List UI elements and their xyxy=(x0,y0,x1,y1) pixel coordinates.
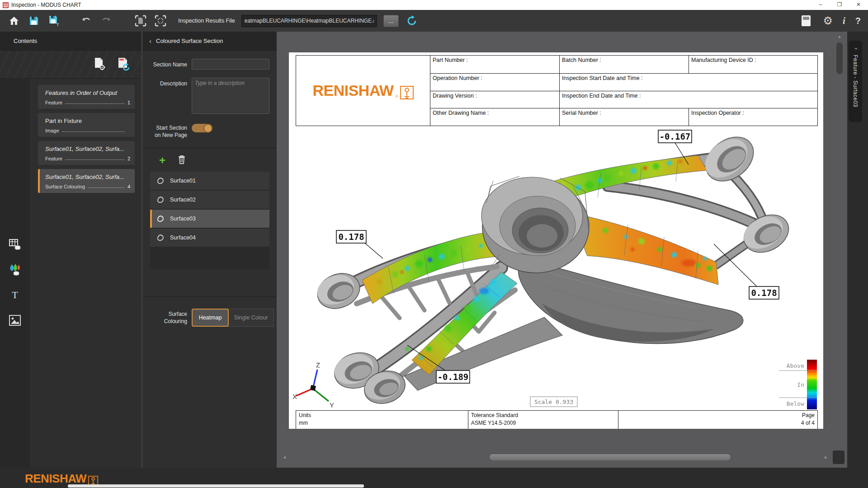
report-view-icon[interactable] xyxy=(799,14,813,28)
scroll-right-icon[interactable]: ► xyxy=(823,453,829,461)
back-chevron-icon[interactable]: ‹ xyxy=(149,37,151,45)
coloured-surface-section-panel: ‹ Coloured Surface Section Section Name … xyxy=(143,32,277,468)
annotation-callout[interactable]: 0.178 xyxy=(714,244,779,299)
delete-surface-icon[interactable] xyxy=(177,155,186,166)
scale-badge: Scale 0.933 xyxy=(530,397,577,407)
feature-table-icon[interactable] xyxy=(0,232,30,257)
legend-in-label: In xyxy=(797,381,804,388)
contents-rail: T xyxy=(0,79,30,468)
help-icon[interactable]: ? xyxy=(855,16,861,26)
feature-surface-tab[interactable]: ‹ Feature - Surface03 xyxy=(849,41,862,122)
results-file-input[interactable] xyxy=(241,15,377,27)
scroll-up-icon[interactable]: ▲ xyxy=(835,34,844,41)
contents-item-part-in-fixture[interactable]: Part in Fixture Image xyxy=(38,113,135,137)
field-drawing-version: Drawing Version : xyxy=(430,91,559,108)
selection-area-icon[interactable] xyxy=(154,14,167,28)
dotted-leader xyxy=(65,103,124,104)
info-icon[interactable]: i xyxy=(843,15,845,27)
annotation-value: 0.178 xyxy=(751,288,777,298)
start-section-label: Start Section on New Page xyxy=(150,122,192,139)
horizontal-scroll-thumb[interactable] xyxy=(489,454,731,461)
contents-item-surfaces-feature[interactable]: Surface01, Surface02, Surfa... Feature 2 xyxy=(38,141,135,165)
contents-item-features-in-order[interactable]: Features in Order of Output Feature 1 xyxy=(38,85,135,109)
surface-list-item[interactable]: Surface04 xyxy=(150,229,269,247)
heatmap-legend: Above In Below xyxy=(779,360,817,409)
redo-icon[interactable] xyxy=(99,14,113,28)
tolerance-value: ASME Y14.5-2009 xyxy=(471,419,615,427)
scroll-left-icon[interactable]: ◄ xyxy=(281,453,288,461)
close-button[interactable]: ✕ xyxy=(849,0,868,10)
results-file-label: Inspection Results File xyxy=(178,18,235,24)
units-label: Units xyxy=(299,412,465,419)
regenerate-report-icon[interactable] xyxy=(116,57,130,72)
browse-button[interactable]: ... xyxy=(383,15,399,27)
units-value: mm xyxy=(299,419,465,427)
section-name-label: Section Name xyxy=(150,59,192,70)
refresh-icon[interactable] xyxy=(405,14,419,28)
scrollbar-corner xyxy=(833,450,844,464)
contents-title: Contents xyxy=(14,38,37,44)
settings-gear-icon[interactable]: ⚙ xyxy=(823,15,833,26)
horizontal-scrollbar[interactable]: ◄ ► xyxy=(281,453,829,461)
vertical-scroll-thumb[interactable] xyxy=(836,42,843,74)
renishaw-footer-logo: RENISHAW xyxy=(25,472,98,486)
contents-item-surface-colouring[interactable]: Surface01, Surface02, Surfa... Surface C… xyxy=(38,169,135,193)
dotted-leader xyxy=(65,160,124,160)
section-panel-title: Coloured Surface Section xyxy=(156,38,223,44)
description-input[interactable] xyxy=(192,78,269,114)
contents-item-title: Features in Order of Output xyxy=(45,89,130,96)
surface-name: Surface02 xyxy=(170,197,196,203)
report-logo-cell: RENISHAW ® xyxy=(296,56,430,126)
app-icon xyxy=(3,2,9,8)
surface-name: Surface04 xyxy=(170,235,196,241)
surface-name: Surface03 xyxy=(170,216,196,222)
annotation-callout[interactable]: 0.178 xyxy=(336,230,383,258)
main-toolbar: T Inspection Results File ... ⚙ i ? xyxy=(0,10,868,32)
home-icon[interactable] xyxy=(7,14,21,28)
report-page: RENISHAW ® Part Number : Batch Number : … xyxy=(289,52,823,429)
surface-list: Surface01 Surface02 Surface03 Surface04 xyxy=(150,172,269,269)
apply-innovation-mark xyxy=(400,86,414,99)
contents-toolbar xyxy=(0,51,141,79)
minimize-button[interactable]: – xyxy=(811,0,830,10)
undo-icon[interactable] xyxy=(80,14,93,28)
save-as-icon[interactable]: T xyxy=(47,14,61,28)
surface-list-item-selected[interactable]: Surface03 xyxy=(150,210,269,228)
surface-list-item[interactable]: Surface02 xyxy=(150,191,269,209)
contents-item-title: Part in Fixture xyxy=(45,117,130,124)
feature-surface-tab-label: Feature - Surface03 xyxy=(852,55,859,107)
page-settings-icon[interactable] xyxy=(92,57,106,72)
surface-list-item[interactable]: Surface01 xyxy=(150,172,269,190)
tolerance-label: Tolerance Standard xyxy=(471,412,615,419)
surface-patch-icon xyxy=(156,234,165,242)
3d-model-viewport: -0.167 0.178 0.178 -0.189 xyxy=(289,123,823,410)
text-section-icon[interactable]: T xyxy=(0,282,30,308)
surface-colouring-icon[interactable] xyxy=(0,257,30,282)
report-header-table: RENISHAW ® Part Number : Batch Number : … xyxy=(296,55,818,126)
annotation-value: 0.178 xyxy=(338,232,364,242)
window-title: Inspection - MODUS CHART xyxy=(11,2,81,8)
svg-text:T: T xyxy=(57,23,59,27)
heatmap-button[interactable]: Heatmap xyxy=(192,309,229,327)
registered-mark: ® xyxy=(396,94,398,99)
page-label: Page xyxy=(621,412,815,419)
surface-name: Surface01 xyxy=(170,178,196,184)
field-part-number: Part Number : xyxy=(430,56,559,73)
single-colour-button[interactable]: Single Colour xyxy=(228,309,274,327)
legend-below-label: Below xyxy=(787,400,804,407)
field-manufacturing-device: Manufacturing Device ID : xyxy=(689,56,817,73)
axis-triad: X Z Y xyxy=(292,361,334,409)
annotation-value: -0.189 xyxy=(438,372,469,382)
add-surface-button[interactable]: + xyxy=(159,155,165,166)
surface-patch-icon xyxy=(156,196,165,204)
vertical-scrollbar[interactable]: ▲ ▼ xyxy=(835,34,844,462)
save-icon[interactable] xyxy=(27,14,41,28)
image-section-icon[interactable] xyxy=(0,308,30,333)
start-section-toggle[interactable] xyxy=(192,124,212,132)
section-name-input[interactable] xyxy=(192,59,269,70)
contents-entry-page: 4 xyxy=(127,184,130,189)
maximize-button[interactable]: ❐ xyxy=(830,0,849,10)
annotation-value: -0.167 xyxy=(660,131,691,141)
capture-report-icon[interactable] xyxy=(134,14,147,28)
surface-colouring-label: Surface Colouring xyxy=(150,310,192,325)
